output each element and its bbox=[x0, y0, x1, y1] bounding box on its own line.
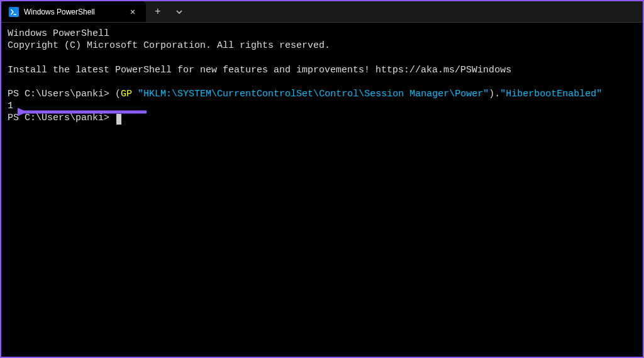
tab-dropdown-button[interactable] bbox=[170, 1, 189, 22]
tab-powershell[interactable]: Windows PowerShell ✕ bbox=[1, 1, 146, 22]
terminal-output[interactable]: Windows PowerShell Copyright (C) Microso… bbox=[1, 23, 643, 130]
output-line: 1 bbox=[8, 100, 636, 112]
powershell-icon bbox=[9, 7, 19, 17]
cmdlet-name: GP bbox=[121, 89, 132, 99]
cursor bbox=[116, 114, 121, 125]
command-line-2: PS C:\Users\panki> bbox=[8, 112, 636, 124]
tab-title: Windows PowerShell bbox=[24, 8, 122, 16]
command-line-1: PS C:\Users\panki> (GP "HKLM:\SYSTEM\Cur… bbox=[8, 88, 636, 100]
registry-path-string: "HKLM:\SYSTEM\CurrentControlSet\Control\… bbox=[138, 89, 489, 99]
tab-bar: Windows PowerShell ✕ + bbox=[1, 1, 643, 23]
prompt-path: PS C:\Users\panki> bbox=[8, 113, 115, 123]
new-tab-button[interactable]: + bbox=[146, 1, 170, 22]
close-icon[interactable]: ✕ bbox=[127, 6, 138, 17]
prompt-path: PS C:\Users\panki> bbox=[8, 89, 115, 99]
property-name-string: "HiberbootEnabled" bbox=[500, 89, 602, 99]
header-line: Windows PowerShell bbox=[8, 28, 636, 40]
copyright-line: Copyright (C) Microsoft Corporation. All… bbox=[8, 40, 636, 52]
banner-line: Install the latest PowerShell for new fe… bbox=[8, 64, 636, 76]
